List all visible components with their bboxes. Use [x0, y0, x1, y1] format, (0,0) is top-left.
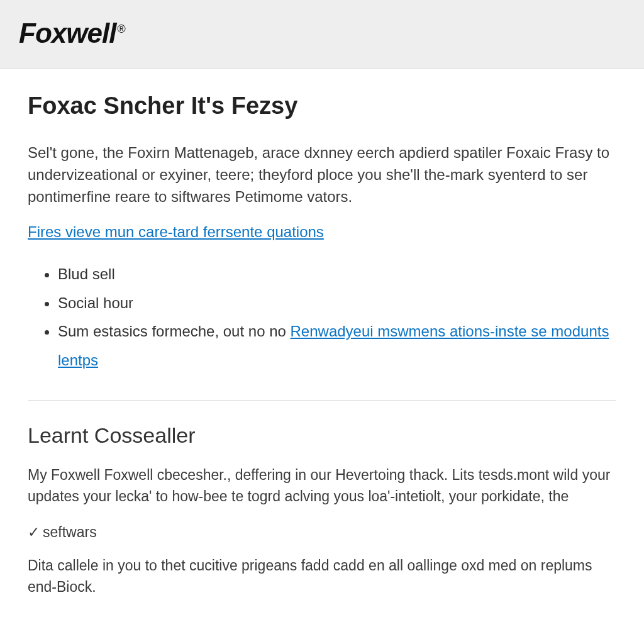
- check-label: seftwars: [43, 524, 97, 540]
- checkmark-icon: ✓: [28, 524, 43, 541]
- list-item-text: Social hour: [58, 294, 133, 311]
- primary-link[interactable]: Fires vieve mun care-tard ferrsente quat…: [28, 223, 324, 240]
- list-item-text: Sum estasics formeche, out no no: [58, 323, 291, 340]
- page-content: Foxac Sncher It's Fezsy Sel't gone, the …: [0, 69, 644, 611]
- list-item: Blud sell: [58, 260, 616, 289]
- section-divider: [28, 400, 616, 401]
- intro-paragraph: Sel't gone, the Foxirn Mattenageb, arace…: [28, 142, 616, 208]
- list-item-text: Blud sell: [58, 265, 115, 282]
- page-header: Foxwell®: [0, 0, 644, 69]
- brand-logo: Foxwell®: [19, 18, 125, 49]
- section-paragraph: My Foxwell Foxwell cbecesher., deffering…: [28, 464, 616, 508]
- page-title: Foxac Sncher It's Fezsy: [28, 92, 616, 119]
- section-paragraph-2: Dita callele in you to thet cucitive pri…: [28, 555, 616, 598]
- list-item: Sum estasics formeche, out no no Renwady…: [58, 317, 616, 374]
- brand-name: Foxwell: [19, 18, 116, 48]
- registered-mark-icon: ®: [117, 23, 125, 35]
- check-line: ✓seftwars: [28, 524, 616, 541]
- list-item: Social hour: [58, 289, 616, 318]
- section-heading: Learnt Cossealler: [28, 423, 616, 448]
- bullet-list: Blud sell Social hour Sum estasics forme…: [58, 260, 616, 374]
